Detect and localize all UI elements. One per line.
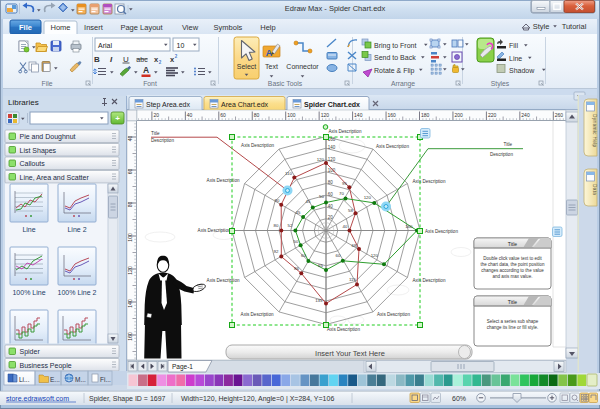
- svg-text:Axis Description: Axis Description: [425, 229, 458, 234]
- svg-text:Description: Description: [490, 152, 513, 157]
- svg-text:Arrange: Arrange: [391, 80, 415, 88]
- svg-text:68: 68: [352, 243, 357, 248]
- svg-text:B: B: [94, 55, 100, 64]
- svg-text:100: 100: [287, 112, 296, 118]
- svg-text:Edraw Max - Spider Chart.edx: Edraw Max - Spider Chart.edx: [285, 4, 386, 13]
- svg-text:Dynamic Help: Dynamic Help: [592, 114, 597, 147]
- svg-text:115: 115: [349, 277, 357, 282]
- svg-text:Symbols: Symbols: [214, 23, 243, 32]
- svg-text:changes according to the value: changes according to the value: [481, 268, 544, 273]
- svg-text:260: 260: [555, 112, 564, 118]
- svg-text:Help: Help: [260, 23, 275, 32]
- svg-text:140: 140: [354, 112, 363, 118]
- svg-text:Home: Home: [50, 23, 70, 32]
- svg-text:40: 40: [187, 112, 193, 118]
- svg-text:Axis Description: Axis Description: [198, 228, 231, 233]
- svg-text:120: 120: [127, 266, 133, 275]
- svg-text:U: U: [123, 55, 129, 64]
- svg-text:+: +: [115, 114, 120, 123]
- svg-text:Pie and Doughnut: Pie and Doughnut: [20, 133, 76, 141]
- svg-text:80: 80: [274, 223, 279, 228]
- svg-text:120: 120: [321, 112, 330, 118]
- svg-text:100% Line: 100% Line: [12, 289, 45, 296]
- svg-text:Bring to Front: Bring to Front: [374, 42, 416, 50]
- svg-text:60: 60: [220, 112, 226, 118]
- svg-text:60: 60: [127, 169, 133, 175]
- svg-text:Line: Line: [509, 55, 522, 62]
- svg-text:80: 80: [328, 180, 334, 185]
- svg-text:90: 90: [275, 198, 280, 203]
- svg-text:Axis Description: Axis Description: [413, 278, 446, 283]
- svg-text:Insert Your Text Here: Insert Your Text Here: [315, 349, 385, 358]
- svg-text:Li...: Li...: [19, 376, 30, 383]
- svg-text:50: 50: [294, 239, 299, 244]
- svg-text:Insert: Insert: [84, 23, 104, 32]
- svg-text:Page-1: Page-1: [172, 363, 193, 371]
- svg-text:140: 140: [127, 299, 133, 308]
- svg-text:Text: Text: [265, 63, 278, 70]
- svg-text:240: 240: [521, 112, 530, 118]
- svg-text:60: 60: [336, 253, 341, 258]
- svg-text:120: 120: [364, 195, 372, 200]
- svg-text:Page Layout: Page Layout: [120, 23, 163, 32]
- svg-text:Axis Description: Axis Description: [377, 312, 410, 317]
- svg-text:Axis Description: Axis Description: [241, 143, 274, 148]
- svg-text:60: 60: [328, 192, 334, 197]
- svg-text:Select: Select: [237, 63, 257, 70]
- svg-text:86: 86: [294, 266, 299, 271]
- svg-text:120: 120: [317, 157, 325, 162]
- svg-text:Line: Line: [22, 226, 35, 233]
- svg-text:60: 60: [301, 253, 306, 258]
- svg-text:45: 45: [306, 199, 311, 204]
- svg-text:60%: 60%: [452, 395, 466, 402]
- svg-text:40: 40: [343, 224, 348, 229]
- svg-text:Step Area.edx: Step Area.edx: [146, 101, 190, 109]
- svg-text:Libraries: Libraries: [8, 98, 39, 107]
- svg-text:160: 160: [127, 332, 133, 341]
- svg-text:Axis Description: Axis Description: [413, 179, 446, 184]
- svg-text:A: A: [266, 48, 273, 58]
- svg-text:Spider, Shape ID = 1697: Spider, Shape ID = 1697: [89, 395, 166, 403]
- svg-text:40: 40: [127, 136, 133, 142]
- svg-text:180: 180: [421, 112, 430, 118]
- svg-text:Axis Description: Axis Description: [207, 278, 240, 283]
- svg-text:M...: M...: [75, 376, 86, 383]
- svg-text:95: 95: [342, 181, 347, 186]
- svg-text:52: 52: [288, 223, 293, 228]
- svg-text:Axis Description: Axis Description: [207, 178, 240, 183]
- svg-text:Axis Description: Axis Description: [376, 144, 409, 149]
- svg-text:A: A: [143, 65, 149, 75]
- svg-text:Title: Title: [508, 299, 517, 305]
- svg-text:File: File: [19, 23, 32, 32]
- svg-text:Axis Description: Axis Description: [241, 312, 274, 317]
- svg-text:140: 140: [328, 145, 336, 150]
- svg-text:File: File: [42, 80, 53, 87]
- svg-text:200: 200: [454, 112, 463, 118]
- svg-text:70: 70: [339, 191, 344, 196]
- svg-text:58: 58: [348, 208, 353, 213]
- svg-text:Shadow: Shadow: [509, 67, 535, 74]
- svg-text:Send to Back: Send to Back: [374, 54, 416, 61]
- svg-text:Title: Title: [504, 142, 513, 147]
- svg-text:120: 120: [371, 253, 379, 258]
- svg-text:40: 40: [328, 204, 334, 209]
- svg-text:Double click value text to edi: Double click value text to edit: [483, 256, 542, 261]
- svg-text:Title: Title: [151, 131, 160, 136]
- svg-text:View: View: [182, 23, 199, 32]
- svg-text:store.edrawsoft.com: store.edrawsoft.com: [6, 395, 69, 402]
- svg-text:Font: Font: [143, 80, 157, 87]
- svg-text:Fill: Fill: [509, 42, 518, 49]
- svg-text:List Shapes: List Shapes: [20, 147, 57, 155]
- svg-text:65: 65: [318, 263, 323, 268]
- svg-text:20: 20: [153, 112, 159, 118]
- svg-text:Styles: Styles: [491, 80, 510, 88]
- svg-text:Data: Data: [592, 184, 597, 195]
- svg-text:92: 92: [274, 249, 279, 254]
- svg-text:Axis Description: Axis Description: [327, 327, 360, 332]
- svg-text:Tutorial: Tutorial: [562, 22, 587, 31]
- svg-text:100% Line 2: 100% Line 2: [58, 289, 97, 296]
- svg-text:135: 135: [315, 298, 323, 303]
- svg-text:Line, Area and Scatter: Line, Area and Scatter: [20, 174, 90, 181]
- svg-text:Line 2: Line 2: [67, 226, 86, 233]
- svg-text:100: 100: [127, 233, 133, 242]
